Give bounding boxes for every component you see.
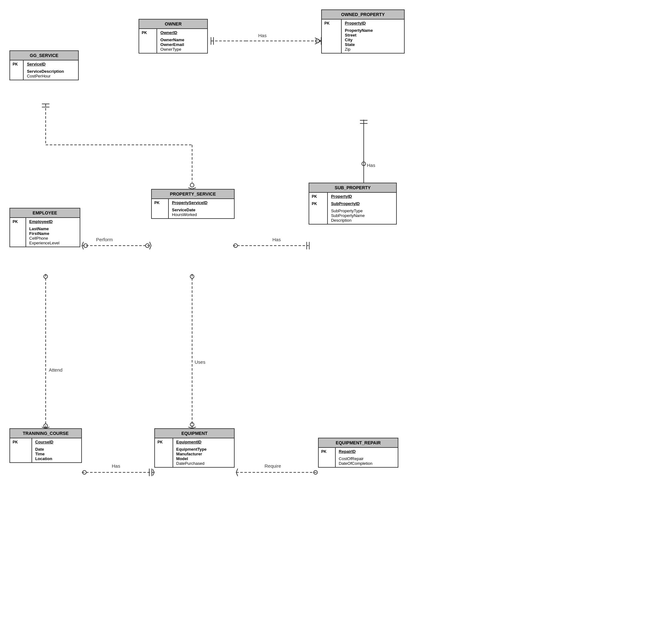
svg-point-7 [315,39,319,43]
svg-point-61 [314,471,317,474]
svg-point-46 [44,274,48,279]
svg-point-40 [190,274,194,279]
filler-pk [10,68,24,80]
pk-label: PK [10,61,24,68]
table-tranining-course-header: TRANINING_COURSE [10,429,81,438]
svg-line-30 [150,242,151,246]
svg-text:Has: Has [112,463,120,468]
table-owner: OWNER PK OwnerID OwnerName OwnerEmail Ow… [139,19,208,53]
svg-text:Uses: Uses [195,359,205,365]
svg-text:Has: Has [272,237,281,242]
svg-line-6 [315,41,321,44]
table-tranining-course: TRANINING_COURSE PK CourseID Date Time L… [9,428,82,463]
table-equipment: EQUIPMENT PK EquipmentID EquipmentType M… [154,428,235,468]
svg-text:Has: Has [367,163,375,168]
pk-attr: ServiceID [24,61,78,68]
attrs: ServiceDescription CostPerHour [24,68,78,80]
table-employee-header: EMPLOYEE [10,209,80,218]
table-employee: EMPLOYEE PK EmployeeID LastName FirstNam… [9,208,80,247]
table-gg-service: GG_SERVICE PK ServiceID ServiceDescripti… [9,50,79,80]
svg-text:Require: Require [265,463,281,468]
svg-point-43 [190,423,194,427]
svg-line-28 [82,246,83,249]
svg-point-35 [234,244,237,247]
table-owned-property: OWNED_PROPERTY PK PropertyID PropertyNam… [321,9,405,53]
table-owned-property-header: OWNED_PROPERTY [322,10,404,20]
table-equipment-repair: EQUIPMENT_REPAIR PK RepairID CostOfRepai… [318,438,398,468]
table-sub-property: SUB_PROPERTY PK PropertyID PK SubPropert… [309,183,397,224]
svg-point-22 [190,183,194,187]
table-equipment-repair-header: EQUIPMENT_REPAIR [319,438,398,448]
svg-line-27 [82,242,83,246]
svg-point-13 [362,162,366,166]
svg-line-60 [236,473,238,476]
table-equipment-header: EQUIPMENT [155,429,234,438]
svg-point-29 [84,244,88,247]
svg-line-5 [315,38,321,41]
svg-line-56 [153,473,154,476]
svg-point-47 [44,424,48,428]
svg-line-31 [150,246,151,249]
svg-point-52 [82,471,86,474]
svg-line-55 [153,469,154,473]
svg-text:Perform: Perform [96,237,113,242]
svg-text:Has: Has [258,33,267,38]
svg-point-32 [145,244,149,247]
table-property-service: PROPERTY_SERVICE PK PropertyServiceID Se… [151,189,235,219]
table-gg-service-header: GG_SERVICE [10,51,78,61]
table-sub-property-header: SUB_PROPERTY [309,183,396,193]
svg-line-59 [236,468,238,473]
svg-text:Attend: Attend [49,367,62,372]
diagram-svg: Has Has Perform Has [0,0,672,627]
table-property-service-header: PROPERTY_SERVICE [152,190,234,199]
table-owner-header: OWNER [139,20,207,29]
